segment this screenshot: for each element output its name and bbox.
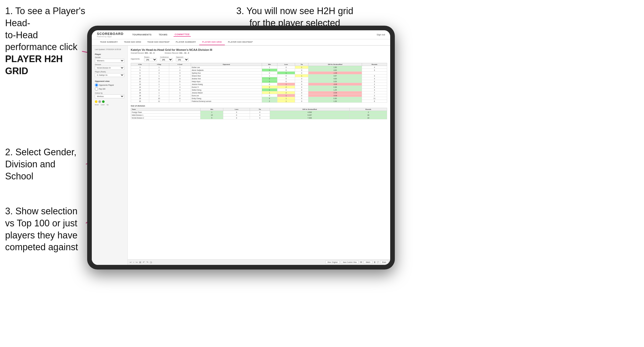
table-cell: 2: [262, 100, 277, 103]
table-cell: 0: [277, 66, 295, 69]
overall-record-label: Overall Record: 353 - 34 - 6: [131, 52, 155, 54]
sub-nav-team-summary[interactable]: TEAM SUMMARY: [97, 39, 121, 45]
main-content: Last Updated: 27/03/2024 16:55:38 Player…: [92, 46, 390, 265]
table-cell: Jessica Huang: [191, 83, 262, 86]
grid-icon[interactable]: ⊞: [139, 261, 141, 264]
table-cell: 1: [262, 91, 277, 94]
table-cell: -5.00: [308, 94, 362, 97]
filter-row: Opponents: Region (All) Conference (All): [131, 56, 387, 61]
opponent-select[interactable]: (All): [176, 58, 189, 61]
conference-select[interactable]: (All): [160, 58, 173, 61]
table-cell: 7: [149, 86, 169, 89]
sub-nav-team-h2h-heatmap[interactable]: TEAM H2H HEATMAP: [144, 39, 173, 45]
th-loss: Loss: [277, 63, 295, 66]
region-select[interactable]: (All): [144, 58, 157, 61]
table-cell: 2: [149, 80, 169, 83]
content-wrapper: Katelyn Vo Head-to-Head Grid for Women's…: [128, 46, 390, 265]
sub-nav-player-h2h-heatmap[interactable]: PLAYER H2H HEATMAP: [225, 39, 256, 45]
share-btn[interactable]: Share: [380, 261, 388, 264]
sidebar-colour-by-label: Colour by: [95, 92, 124, 94]
ood-table-cell: NCAA Division 2: [131, 117, 200, 119]
table-cell: 1: [262, 80, 277, 83]
view-original-btn[interactable]: View: Original: [326, 261, 339, 264]
redo2-icon[interactable]: ↷: [146, 261, 148, 264]
th-ood-tie: Tie: [250, 108, 270, 111]
table-cell: 0: [262, 94, 277, 97]
table-cell: 0: [295, 97, 308, 100]
ood-table-cell: 0: [250, 117, 270, 119]
share-icon[interactable]: ⤴: [377, 261, 379, 264]
sidebar-division-select[interactable]: NCAA Division III: [95, 66, 124, 70]
sub-nav-player-summary[interactable]: PLAYER SUMMARY: [173, 39, 199, 45]
nav-sign-out[interactable]: Sign out: [377, 33, 385, 36]
table-row: 633Sydney Kuo010-1.00: [131, 72, 387, 74]
table-row: 1585Stella Cheng1001.254: [131, 89, 387, 91]
colour-level-circle: [98, 100, 101, 103]
download-icon[interactable]: ⬇: [374, 261, 376, 264]
th-conf: # Conf: [169, 63, 191, 66]
undo2-icon[interactable]: ↶: [143, 261, 145, 264]
opponents-label: Opponents:: [131, 58, 140, 60]
table-cell: 3.67: [308, 74, 362, 77]
ood-table-cell: 1: [200, 111, 223, 114]
table-cell: 19: [131, 97, 149, 100]
sidebar-player-rank-label: Player (Rank): [95, 71, 124, 73]
colour-labels: Down Level Up: [95, 104, 124, 105]
conference-label: Conference: [160, 56, 173, 58]
table-cell: 4.00: [308, 77, 362, 80]
th-ood-rounds: Rounds: [350, 108, 387, 111]
instructions-step3-bottom: 3. Show selection vs Top 100 or just pla…: [5, 205, 85, 253]
nav-tournaments[interactable]: TOURNAMENTS: [131, 33, 153, 36]
eye-icon: 👁: [360, 261, 362, 264]
table-cell: Federica Domecq Lacroze: [191, 100, 262, 103]
sidebar-player-label: Player: [95, 53, 124, 55]
save-custom-view-btn[interactable]: Save Custom View: [341, 261, 359, 264]
table-cell: 1: [169, 91, 191, 94]
undo-icon[interactable]: ↩: [130, 261, 132, 264]
step1-text: 1. To see a Player's Head- to-Head perfo…: [5, 5, 87, 77]
table-cell: 1: [262, 74, 277, 77]
table-cell: 0: [277, 69, 295, 72]
sidebar-timestamp: Last Updated: 27/03/2024 16:55:38: [95, 48, 124, 51]
table-cell: 0: [262, 83, 277, 86]
table-cell: 2: [362, 94, 387, 97]
table-row: 1125Heejo Hyun1003.333: [131, 80, 387, 83]
table-cell: 10: [131, 77, 149, 80]
table-cell: 1.50: [308, 66, 362, 69]
sidebar-colour-select[interactable]: Win/loss: [95, 94, 124, 98]
table-cell: Andrea York: [191, 77, 262, 80]
sidebar-gender-select[interactable]: Women's: [95, 59, 124, 63]
table-cell: 0: [277, 89, 295, 91]
table-cell: -0.94: [308, 91, 362, 94]
sub-nav-player-h2h-grid[interactable]: PLAYER H2H GRID: [199, 39, 225, 45]
clock-icon[interactable]: ◷: [150, 261, 152, 264]
table-cell: 1: [277, 94, 295, 97]
redo-icon[interactable]: ↪: [136, 261, 138, 264]
table-cell: 1: [262, 66, 277, 69]
main-table: # Div # Reg # Conf Opponent Win Loss Tie…: [131, 63, 387, 103]
ood-table-cell: 10: [350, 117, 387, 119]
sidebar-radio-opponents-played[interactable]: Opponents Played: [95, 83, 124, 87]
table-cell: 18: [131, 94, 149, 97]
table-cell: 0: [277, 80, 295, 83]
table-cell: 3: [169, 72, 191, 74]
table-cell: 7: [362, 91, 387, 94]
table-cell: 5: [169, 80, 191, 83]
back-icon[interactable]: ‹: [133, 261, 134, 264]
watch-btn[interactable]: Watch: [364, 261, 372, 264]
toolbar: ↩ ‹ ↪ ⊞ ↶ ↷ ◷ View: Original Save Custom…: [128, 259, 390, 265]
table-cell: 1: [169, 83, 191, 86]
nav-committee[interactable]: COMMITTEE: [174, 33, 191, 37]
sidebar-radio-top100[interactable]: Top 100: [95, 87, 124, 91]
sub-nav: TEAM SUMMARY TEAM H2H GRID TEAM H2H HEAT…: [92, 39, 390, 46]
th-ood-loss: Loss: [223, 108, 250, 111]
table-cell: 1.25: [308, 89, 362, 91]
content-title: Katelyn Vo Head-to-Head Grid for Women's…: [131, 48, 387, 51]
sub-nav-team-h2h-grid[interactable]: TEAM H2H GRID: [121, 39, 144, 45]
sidebar-player-select[interactable]: 8. Katelyn Vo: [95, 73, 124, 77]
table-cell: 2: [277, 91, 295, 94]
table-cell: 0: [295, 69, 308, 72]
nav-teams[interactable]: TEAMS: [158, 33, 168, 36]
table-cell: 2: [149, 94, 169, 97]
table-cell: 1: [277, 100, 295, 103]
